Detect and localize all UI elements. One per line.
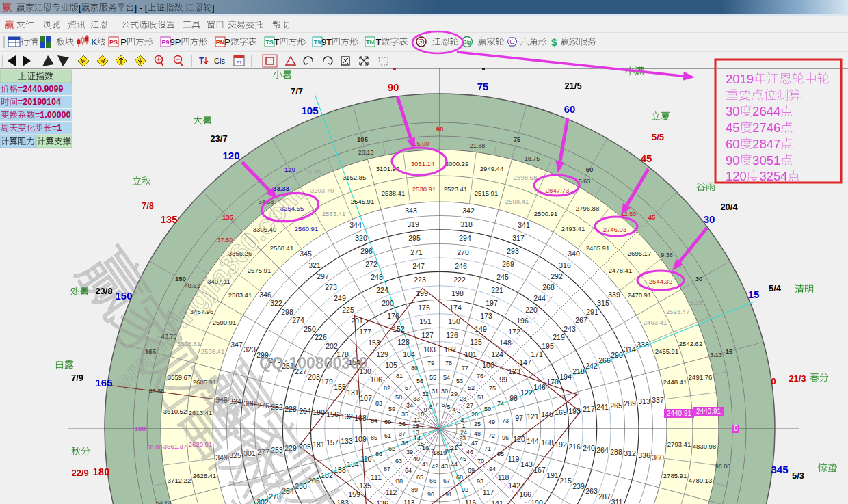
svg-text:265: 265 xyxy=(610,401,622,410)
svg-text:215: 215 xyxy=(559,477,572,485)
svg-text:3000.29: 3000.29 xyxy=(445,160,468,168)
svg-text:7/8: 7/8 xyxy=(142,200,154,211)
svg-text:292: 292 xyxy=(551,272,563,280)
svg-text:90: 90 xyxy=(388,81,399,93)
svg-text:316: 316 xyxy=(559,261,571,269)
svg-text:2019: 2019 xyxy=(726,72,754,86)
svg-text:80: 80 xyxy=(411,364,418,371)
svg-text:219: 219 xyxy=(553,333,565,341)
svg-text:120: 120 xyxy=(726,169,747,183)
svg-text:18: 18 xyxy=(433,449,440,456)
svg-text:21/3: 21/3 xyxy=(789,373,806,384)
svg-text:9.38: 9.38 xyxy=(661,252,673,258)
svg-text:62: 62 xyxy=(388,445,395,452)
svg-text:97: 97 xyxy=(515,414,523,422)
svg-text:PN: PN xyxy=(216,39,225,46)
svg-text:94: 94 xyxy=(489,466,496,473)
svg-text:37: 37 xyxy=(399,430,406,437)
svg-text:T9: T9 xyxy=(314,39,321,46)
svg-text:179: 179 xyxy=(321,377,333,386)
svg-text:2508.41: 2508.41 xyxy=(505,198,529,205)
svg-text:67: 67 xyxy=(443,477,450,484)
svg-text:2: 2 xyxy=(460,416,464,423)
svg-text:3051: 3051 xyxy=(752,153,780,168)
svg-text:28: 28 xyxy=(460,395,466,402)
svg-text:183: 183 xyxy=(336,499,349,504)
svg-text:165: 165 xyxy=(96,377,113,388)
svg-text:151: 151 xyxy=(419,317,432,326)
svg-text:4780.13: 4780.13 xyxy=(689,477,712,484)
svg-text:104: 104 xyxy=(403,350,415,358)
svg-text:3.13: 3.13 xyxy=(710,352,722,358)
svg-text:135: 135 xyxy=(161,213,178,225)
svg-text:141: 141 xyxy=(491,499,503,504)
svg-text:2898.58: 2898.58 xyxy=(514,174,537,181)
svg-text:125: 125 xyxy=(470,338,482,346)
svg-text:70: 70 xyxy=(477,457,484,464)
svg-text:320: 320 xyxy=(355,234,367,242)
svg-text:96.88: 96.88 xyxy=(715,463,731,470)
svg-text:75: 75 xyxy=(514,135,521,143)
svg-text:105: 105 xyxy=(302,105,319,116)
svg-text:245: 245 xyxy=(496,273,509,281)
svg-text:346: 346 xyxy=(259,291,271,299)
svg-text:318: 318 xyxy=(460,220,473,228)
svg-text:126: 126 xyxy=(446,331,458,339)
svg-text:58: 58 xyxy=(395,394,402,401)
svg-text:294: 294 xyxy=(459,234,471,242)
svg-text:109: 109 xyxy=(354,435,367,443)
svg-text:312: 312 xyxy=(624,449,636,457)
svg-text:194: 194 xyxy=(559,373,572,381)
svg-text:$: $ xyxy=(551,36,557,48)
svg-text:2949.44: 2949.44 xyxy=(480,165,503,172)
svg-text:20/4: 20/4 xyxy=(720,202,738,212)
svg-text:2470.91: 2470.91 xyxy=(628,291,651,299)
svg-text:21: 21 xyxy=(236,59,242,66)
svg-text:5/5: 5/5 xyxy=(652,132,664,142)
svg-text:92: 92 xyxy=(462,486,468,493)
svg-text:242: 242 xyxy=(585,362,598,370)
svg-text:61: 61 xyxy=(384,432,391,439)
svg-text:314: 314 xyxy=(624,345,636,354)
svg-text:P: P xyxy=(120,37,127,47)
svg-text:220: 220 xyxy=(525,306,538,314)
svg-text:341: 341 xyxy=(518,221,530,229)
svg-text:2847: 2847 xyxy=(752,137,780,151)
svg-text:=2440.9099: =2440.9099 xyxy=(18,84,63,94)
svg-text:60: 60 xyxy=(726,137,740,151)
svg-text:57: 57 xyxy=(405,384,412,391)
svg-text:2746.03: 2746.03 xyxy=(603,226,626,233)
svg-text:152: 152 xyxy=(393,325,405,333)
svg-text:30: 30 xyxy=(704,213,715,225)
svg-text:192: 192 xyxy=(555,440,567,449)
svg-text:122: 122 xyxy=(520,388,533,397)
svg-text:0: 0 xyxy=(771,376,776,386)
svg-text:202: 202 xyxy=(326,342,338,350)
svg-text:96: 96 xyxy=(502,434,509,441)
svg-text:18.75: 18.75 xyxy=(525,155,540,162)
svg-text:2575.91: 2575.91 xyxy=(248,267,271,274)
svg-text:198: 198 xyxy=(451,289,464,297)
svg-text:266: 266 xyxy=(598,356,611,364)
svg-text:167: 167 xyxy=(533,466,546,474)
svg-text:272: 272 xyxy=(365,260,377,268)
svg-text:85: 85 xyxy=(371,434,377,441)
svg-text:8: 8 xyxy=(429,403,432,410)
svg-text:4830.98: 4830.98 xyxy=(693,442,716,450)
svg-text:69: 69 xyxy=(468,467,475,474)
svg-text:93: 93 xyxy=(477,478,483,485)
svg-text:180: 180 xyxy=(135,425,146,432)
svg-text:=1: =1 xyxy=(52,123,62,133)
svg-text:223: 223 xyxy=(414,276,426,284)
svg-text:338: 338 xyxy=(637,341,649,349)
svg-text:263: 263 xyxy=(585,487,598,495)
svg-text:2455.91: 2455.91 xyxy=(655,347,678,355)
svg-text:73: 73 xyxy=(502,417,509,424)
svg-text:90: 90 xyxy=(436,125,444,133)
svg-text:=20190104: =20190104 xyxy=(18,97,61,107)
svg-text:287: 287 xyxy=(598,492,611,501)
svg-text:2530.91: 2530.91 xyxy=(412,185,436,193)
svg-text:2463.41: 2463.41 xyxy=(644,319,667,326)
svg-text:182: 182 xyxy=(321,471,333,479)
svg-text:268: 268 xyxy=(542,283,555,291)
